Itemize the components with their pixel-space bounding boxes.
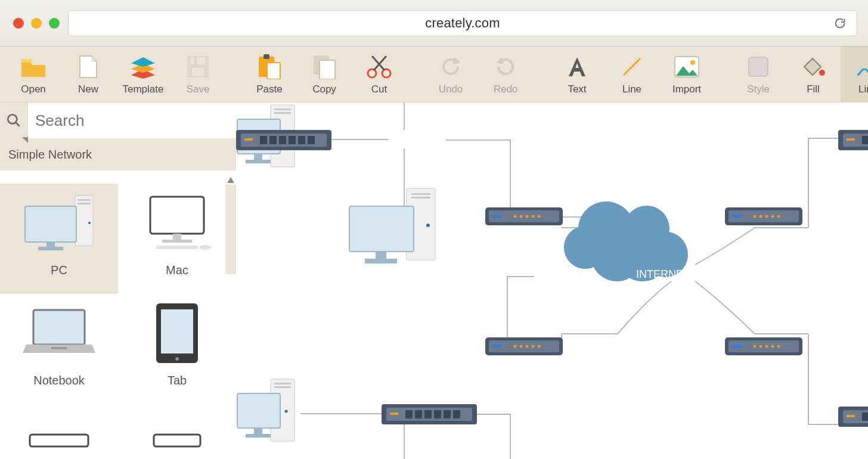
node-switch-2[interactable] <box>382 404 477 426</box>
svg-rect-45 <box>244 138 253 141</box>
copy-button[interactable]: Copy <box>297 46 352 103</box>
node-router-3[interactable] <box>725 207 802 227</box>
browser-chrome: creately.com <box>0 0 868 46</box>
svg-rect-105 <box>246 434 271 438</box>
shape-category[interactable]: Simple Network <box>0 138 236 170</box>
maximize-window-icon[interactable] <box>49 18 60 29</box>
svg-rect-109 <box>405 410 413 418</box>
node-switch-1[interactable] <box>236 130 331 151</box>
svg-point-72 <box>526 345 529 348</box>
svg-point-88 <box>765 345 768 348</box>
line-style-button[interactable]: Line <box>841 46 868 103</box>
internet-cloud[interactable]: INTERNET <box>564 201 690 281</box>
text-icon <box>564 54 590 80</box>
svg-rect-6 <box>267 63 280 79</box>
svg-point-71 <box>520 345 523 348</box>
scroll-up-icon[interactable] <box>225 175 236 185</box>
svg-point-12 <box>690 60 695 65</box>
svg-point-70 <box>514 345 517 348</box>
template-button[interactable]: Template <box>116 46 170 103</box>
svg-point-90 <box>777 345 780 348</box>
svg-rect-93 <box>847 138 855 141</box>
svg-point-63 <box>520 215 523 218</box>
cut-button[interactable]: Cut <box>352 46 407 103</box>
svg-rect-22 <box>38 247 63 250</box>
node-router-1[interactable] <box>485 207 563 227</box>
svg-rect-108 <box>390 413 398 415</box>
svg-point-32 <box>175 357 179 361</box>
svg-rect-20 <box>25 206 76 242</box>
diagram-canvas[interactable]: INTERNET <box>236 103 868 459</box>
line-tool-button[interactable]: Line <box>604 46 659 103</box>
search-icon[interactable] <box>0 103 28 138</box>
folder-icon <box>20 54 46 80</box>
svg-rect-28 <box>33 310 85 345</box>
svg-point-78 <box>754 215 757 218</box>
svg-rect-98 <box>862 413 868 421</box>
new-button[interactable]: New <box>61 46 116 103</box>
address-bar[interactable]: creately.com <box>68 10 857 36</box>
tablet-icon <box>138 301 216 367</box>
mac-icon <box>138 191 216 256</box>
reload-icon[interactable] <box>832 15 848 32</box>
svg-rect-53 <box>411 193 430 195</box>
node-switch-right-1[interactable] <box>838 130 868 151</box>
svg-rect-56 <box>349 206 414 252</box>
svg-rect-31 <box>161 309 193 353</box>
shape-pc[interactable]: PC <box>0 184 118 294</box>
svg-rect-38 <box>274 112 291 114</box>
svg-rect-25 <box>162 240 192 243</box>
svg-rect-100 <box>274 383 291 384</box>
shape-mac[interactable]: Mac <box>118 184 236 294</box>
svg-point-65 <box>532 215 535 218</box>
svg-rect-97 <box>847 415 855 417</box>
shape-search-row <box>0 103 236 138</box>
svg-rect-58 <box>365 259 397 263</box>
shape-tab[interactable]: Tab <box>118 294 236 404</box>
node-switch-right-2[interactable] <box>838 407 868 428</box>
svg-point-55 <box>426 224 430 227</box>
svg-rect-110 <box>415 410 422 418</box>
svg-rect-21 <box>46 242 55 247</box>
shape-extra-2[interactable] <box>118 404 236 459</box>
svg-rect-26 <box>156 246 198 249</box>
pencil-line-icon <box>855 54 868 80</box>
svg-rect-29 <box>51 347 67 349</box>
style-swatch-icon <box>745 54 771 80</box>
svg-rect-104 <box>254 428 262 434</box>
svg-rect-77 <box>732 215 742 218</box>
svg-point-19 <box>88 222 91 224</box>
svg-point-81 <box>771 215 774 218</box>
search-input[interactable] <box>28 103 236 138</box>
paint-bucket-icon <box>800 54 826 80</box>
window-controls <box>13 18 60 29</box>
import-button[interactable]: Import <box>659 46 714 103</box>
node-pc-2[interactable] <box>347 186 442 269</box>
close-window-icon[interactable] <box>13 18 24 29</box>
shape-grid: PC Mac Note <box>0 170 236 459</box>
svg-rect-94 <box>862 136 868 144</box>
svg-rect-8 <box>320 60 335 79</box>
minimize-window-icon[interactable] <box>31 18 42 29</box>
node-router-4[interactable] <box>725 337 802 356</box>
undo-button: Undo <box>423 46 478 103</box>
node-pc-3[interactable] <box>236 377 308 452</box>
text-tool-button[interactable]: Text <box>550 46 604 103</box>
scissors-icon <box>366 54 392 80</box>
open-button[interactable]: Open <box>6 46 61 103</box>
shape-extra-1[interactable] <box>0 404 118 459</box>
svg-rect-41 <box>254 154 262 160</box>
svg-point-80 <box>765 215 768 218</box>
scrollbar-track[interactable] <box>225 185 236 274</box>
svg-rect-37 <box>274 108 291 110</box>
node-router-2[interactable] <box>485 337 563 356</box>
paste-button[interactable]: Paste <box>242 46 297 103</box>
svg-rect-50 <box>298 136 305 144</box>
svg-rect-57 <box>376 252 386 259</box>
svg-point-102 <box>285 410 288 413</box>
shape-notebook[interactable]: Notebook <box>0 294 118 404</box>
undo-icon <box>438 54 464 80</box>
toolbar: Open New Template Save Paste <box>0 46 868 103</box>
svg-rect-24 <box>173 234 181 240</box>
fill-button[interactable]: Fill <box>786 46 841 103</box>
